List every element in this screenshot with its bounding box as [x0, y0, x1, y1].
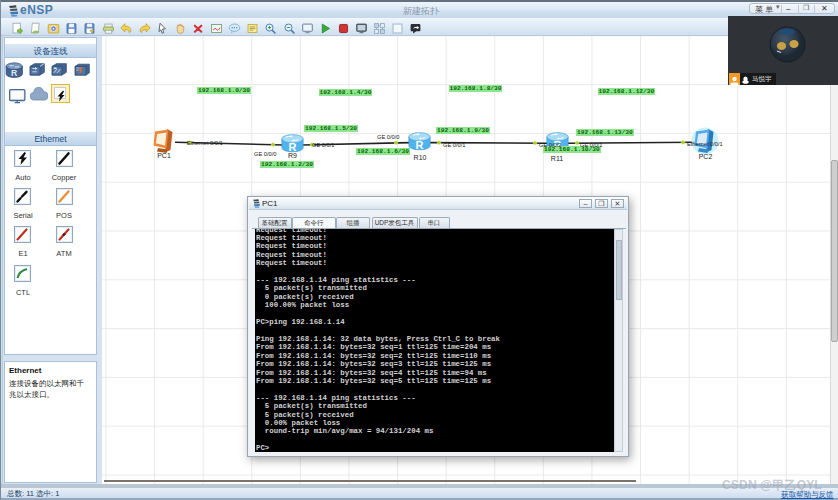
svg-text:R: R: [416, 139, 424, 151]
svg-text:R: R: [289, 141, 297, 153]
svg-text:R: R: [554, 139, 562, 151]
